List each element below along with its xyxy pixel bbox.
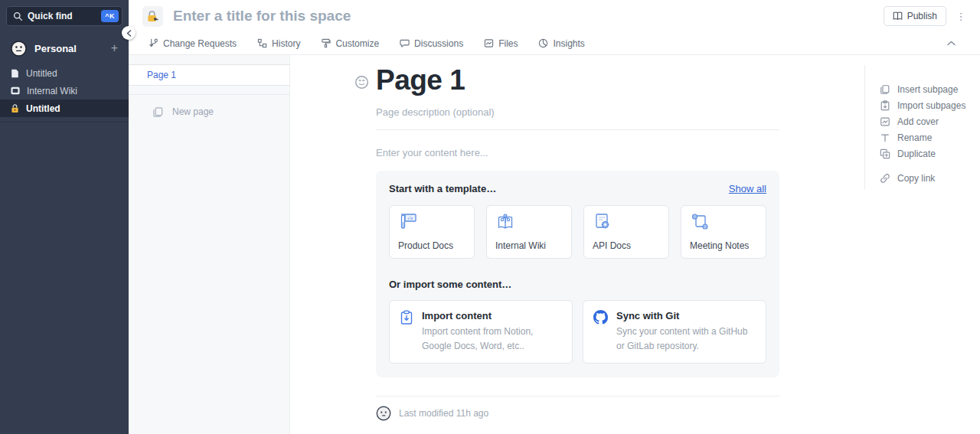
rename-icon: [880, 132, 890, 143]
customize-icon: [321, 38, 331, 48]
api-docs-icon: [593, 213, 660, 231]
show-all-templates-link[interactable]: Show all: [729, 183, 766, 194]
page-title[interactable]: Page 1: [376, 64, 779, 96]
copy-link-button[interactable]: Copy link: [880, 170, 965, 186]
last-modified-row: Last modified 11h ago: [376, 406, 779, 434]
workspace-name: Personal: [34, 43, 111, 54]
svg-text:√x: √x: [407, 215, 413, 220]
page-list-item-selected[interactable]: Page 1: [129, 64, 289, 86]
sidebar-item-internal-wiki[interactable]: Internal Wiki: [0, 82, 129, 100]
title-divider: [376, 129, 779, 130]
lock-icon: [11, 104, 19, 113]
add-space-button[interactable]: +: [111, 42, 118, 54]
discussions-icon: [400, 38, 410, 48]
history-icon: [257, 38, 267, 48]
tab-history[interactable]: History: [257, 38, 300, 49]
collapse-sidebar-button[interactable]: [122, 26, 136, 40]
template-card-product-docs[interactable]: √x Product Docs: [389, 205, 475, 259]
footer-divider: [376, 396, 779, 396]
search-icon: [13, 11, 23, 21]
import-subpages-button[interactable]: Import subpages: [880, 97, 965, 113]
duplicate-icon: [880, 148, 890, 159]
sidebar-item-untitled-2[interactable]: Untitled: [0, 100, 129, 117]
quick-find-search[interactable]: Quick find ^K: [6, 6, 122, 26]
insert-subpage-button[interactable]: Insert subpage: [880, 81, 965, 97]
insert-subpage-icon: [880, 84, 890, 95]
import-content-card[interactable]: Import content Import content from Notio…: [389, 300, 573, 364]
page-emoji-button[interactable]: [354, 75, 369, 90]
import-content-icon: [400, 310, 413, 353]
search-shortcut-badge: ^K: [101, 10, 119, 22]
workspace-avatar: [11, 41, 27, 57]
tab-discussions[interactable]: Discussions: [400, 38, 463, 49]
workspace-switcher[interactable]: Personal +: [0, 32, 129, 64]
internal-wiki-icon: [495, 213, 563, 231]
duplicate-button[interactable]: Duplicate: [880, 145, 965, 162]
page-icon: [11, 69, 19, 78]
collapse-header-button[interactable]: [947, 41, 956, 46]
lock-with-key-icon: [146, 10, 159, 23]
add-cover-icon: [880, 116, 890, 127]
modifier-avatar: [376, 406, 391, 421]
tab-files[interactable]: Files: [484, 38, 518, 49]
tab-change-requests[interactable]: Change Requests: [149, 38, 237, 49]
content-input[interactable]: Enter your content here...: [376, 147, 779, 158]
space-header: Enter a title for this space Publish ⋮: [129, 0, 980, 32]
page-description-input[interactable]: Page description (optional): [376, 106, 779, 118]
insights-icon: [538, 38, 548, 48]
wiki-icon: [11, 86, 20, 95]
workspace-sidebar: Quick find ^K Personal + Untitled Intern…: [0, 0, 129, 434]
import-subpages-icon: [880, 100, 890, 111]
files-icon: [484, 38, 494, 48]
last-modified-text: Last modified 11h ago: [399, 408, 488, 419]
publish-button[interactable]: Publish: [884, 6, 946, 26]
pages-panel: Page 1 New page: [129, 55, 290, 434]
github-icon: [593, 310, 608, 353]
search-placeholder: Quick find: [28, 11, 101, 21]
publish-book-icon: [893, 11, 903, 21]
meeting-notes-icon: [690, 213, 757, 231]
change-requests-icon: [149, 38, 158, 48]
space-tab-bar: Change Requests History Customize Discus…: [129, 32, 980, 55]
copy-link-icon: [880, 173, 890, 184]
pages-divider: [129, 94, 289, 95]
template-card-meeting-notes[interactable]: Meeting Notes: [681, 205, 766, 259]
templates-heading: Start with a template…: [389, 183, 729, 194]
main-area: Enter a title for this space Publish ⋮ C…: [129, 0, 980, 434]
template-suggestions-box: Start with a template… Show all √x Produ…: [376, 171, 779, 377]
tab-insights[interactable]: Insights: [538, 38, 584, 49]
sidebar-item-untitled-1[interactable]: Untitled: [0, 64, 129, 82]
space-list: Untitled Internal Wiki Untitled: [0, 64, 129, 122]
space-emoji-button[interactable]: [142, 6, 163, 27]
rename-button[interactable]: Rename: [880, 129, 965, 145]
sync-with-git-card[interactable]: Sync with Git Sync your content with a G…: [583, 300, 766, 364]
space-title-input[interactable]: Enter a title for this space: [173, 8, 884, 24]
import-heading: Or import some content…: [389, 279, 766, 290]
add-cover-button[interactable]: Add cover: [880, 113, 965, 129]
new-page-icon: [152, 106, 164, 118]
template-card-internal-wiki[interactable]: Internal Wiki: [486, 205, 572, 259]
new-page-button[interactable]: New page: [129, 103, 289, 121]
product-docs-icon: √x: [398, 213, 466, 231]
header-more-button[interactable]: ⋮: [951, 11, 971, 22]
tab-customize[interactable]: Customize: [321, 38, 379, 49]
template-card-api-docs[interactable]: API Docs: [583, 205, 669, 259]
page-actions-rail: Insert subpage Import subpages Add cover…: [864, 65, 965, 189]
